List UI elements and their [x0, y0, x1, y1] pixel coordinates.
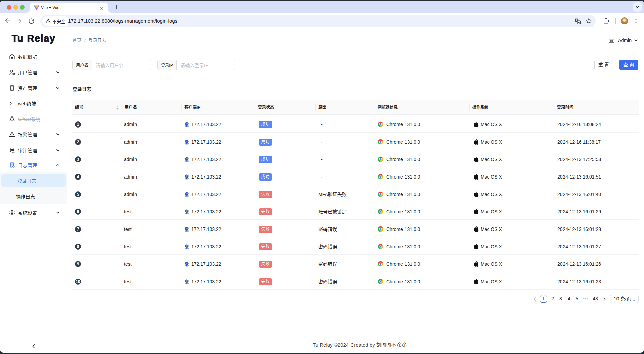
svg-text:IP: IP	[186, 227, 187, 230]
svg-text:IP: IP	[186, 262, 187, 264]
svg-text:IP: IP	[186, 140, 187, 142]
svg-text:IP: IP	[186, 193, 187, 195]
svg-text:IP: IP	[186, 210, 187, 212]
svg-text:IP: IP	[186, 175, 187, 177]
svg-text:IP: IP	[186, 158, 187, 160]
svg-text:IP: IP	[186, 280, 187, 282]
svg-text:IP: IP	[186, 245, 187, 247]
svg-text:IP: IP	[186, 123, 187, 125]
